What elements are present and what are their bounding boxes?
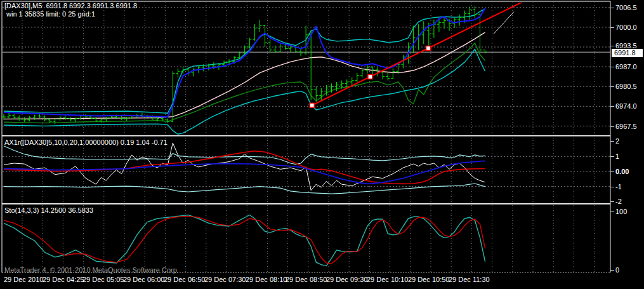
indicator-label-ax1r: AX1r([DAX30]5,10,0,20,1.00000000) 0.19 1…	[4, 138, 168, 147]
time-axis-label: 29 Dec 07:30	[204, 276, 246, 283]
time-axis-label: 29 Dec 10:50	[408, 276, 449, 283]
time-axis-label: 29 Dec 09:30	[326, 276, 367, 283]
stochastic-panel	[4, 215, 485, 266]
oscillator-panel	[4, 143, 485, 194]
oscillator-axis-label: 0.00	[615, 168, 629, 175]
trendline-handle[interactable]	[368, 74, 372, 79]
oscillator-axis-label: 2	[615, 137, 619, 145]
mt4-chart-window: [DAX30],M5 6991.8 6992.3 6991.3 6991.8 w…	[0, 0, 644, 289]
stochastic-axis-label: 100	[615, 208, 627, 215]
time-axis-label: 29 Dec 10:10	[367, 276, 408, 283]
price-axis-label: 7000.0	[615, 24, 637, 31]
axis-ticks	[610, 8, 614, 271]
time-axis-label: 29 Dec 08:10	[246, 276, 287, 283]
indicator-label-stochastic: Sto(14,3,3) 14.2500 36.5833	[4, 206, 93, 215]
main-panel	[2, 6, 487, 134]
time-axis-label: 29 Dec 11:30	[449, 276, 490, 283]
time-axis-label: 29 Dec 2010	[4, 276, 43, 283]
price-axis-label: 6967.5	[615, 123, 637, 130]
trendline-handle[interactable]	[426, 46, 431, 50]
stochastic-axis-label: 0	[615, 266, 619, 274]
symbol-ohlc-readout: [DAX30],M5 6991.8 6992.3 6991.3 6991.8	[4, 2, 137, 10]
price-axis-label: 6987.0	[615, 63, 637, 71]
metatrader-watermark: MetaTrader 4, © 2001-2010 MetaQuotes Sof…	[4, 266, 179, 274]
price-axis-label: 6980.5	[615, 83, 637, 90]
time-axis-label: 29 Dec 06:50	[164, 276, 205, 283]
oscillator-axis-label: 1	[615, 152, 619, 160]
ea-status-readout: win 1 35835 limit: 0 25 grid:1	[6, 10, 95, 18]
oscillator-axis-label: -2	[615, 198, 622, 205]
price-axis-label: 6974.0	[615, 102, 637, 110]
trendline-handle[interactable]	[310, 103, 314, 107]
oscillator-axis-label: -1	[615, 183, 622, 191]
current-price-tag: 6991.8	[612, 49, 643, 57]
time-axis-label: 29 Dec 06:00	[123, 276, 164, 283]
time-axis-label: 29 Dec 08:50	[286, 276, 327, 283]
time-axis-label: 29 Dec 05:05	[82, 276, 124, 283]
time-axis-label: 29 Dec 04:25	[43, 276, 84, 283]
price-axis-label: 7006.5	[615, 4, 637, 11]
